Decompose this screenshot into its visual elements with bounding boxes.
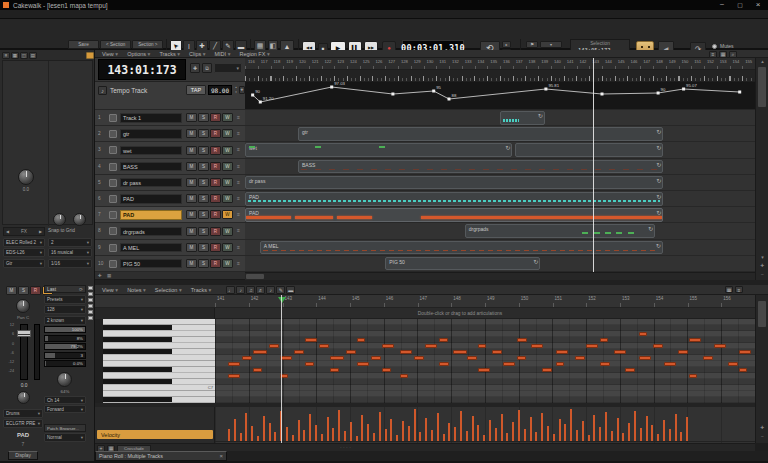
midi-note[interactable] xyxy=(400,350,412,355)
track-8-r-button[interactable]: R xyxy=(210,227,221,236)
midi-note[interactable] xyxy=(319,344,329,349)
velocity-bar[interactable] xyxy=(437,413,439,441)
velocity-bar[interactable] xyxy=(292,435,294,441)
velocity-bar[interactable] xyxy=(373,433,375,441)
fx-rack-row[interactable]: ◀ FX ▶ xyxy=(3,227,45,236)
velocity-bar[interactable] xyxy=(617,418,619,441)
track-lane-9[interactable]: A MEL↻ xyxy=(245,240,755,256)
velocity-bar[interactable] xyxy=(477,425,479,441)
edit-filter-dropdown[interactable]: ▾ xyxy=(214,63,242,73)
midi-note[interactable] xyxy=(542,368,552,373)
prv-playhead[interactable] xyxy=(281,295,282,443)
dock-square[interactable] xyxy=(88,316,93,320)
velocity-bar[interactable] xyxy=(274,432,276,441)
midi-note[interactable] xyxy=(269,344,279,349)
velocity-bar[interactable] xyxy=(570,409,572,441)
velocity-bar[interactable] xyxy=(327,417,329,441)
tempo-node[interactable] xyxy=(330,86,333,89)
track-header-9[interactable]: 9A MELMSRW≡ xyxy=(95,240,245,256)
prv-zoom-out-icon[interactable]: − xyxy=(756,433,768,439)
track-3-r-button[interactable]: R xyxy=(210,146,221,155)
velocity-bar[interactable] xyxy=(309,414,311,441)
track-editfilter-icon[interactable]: ≡ xyxy=(237,114,240,120)
velocity-bar[interactable] xyxy=(512,422,514,441)
midi-note[interactable] xyxy=(305,362,314,367)
track-header-5[interactable]: 5dr passMSRW≡ xyxy=(95,175,245,191)
track-name-field[interactable]: wet xyxy=(120,146,182,156)
tap-tempo-button[interactable]: TAP xyxy=(186,85,206,95)
track-editfilter-icon[interactable]: ≡ xyxy=(237,260,240,266)
prv-note-tool-icon-4[interactable]: ♪ xyxy=(266,286,275,294)
clip[interactable]: gtr↻ xyxy=(298,127,663,141)
inspector-r-button[interactable]: R xyxy=(30,286,41,295)
midi-note[interactable] xyxy=(503,362,515,367)
tempo-node[interactable] xyxy=(251,94,254,97)
tv-grid-icon[interactable]: ▦ xyxy=(719,51,727,58)
pan-knob[interactable] xyxy=(16,299,30,313)
velocity-bar[interactable] xyxy=(605,412,607,441)
prv-menu-tracks[interactable]: Tracks ▾ xyxy=(191,287,212,293)
prv-note-tool-icon-6[interactable]: ▬ xyxy=(286,286,295,294)
velocity-bar[interactable] xyxy=(663,420,665,441)
echo-dropdown[interactable]: Forward▾ xyxy=(44,405,86,413)
velocity-bar[interactable] xyxy=(367,424,369,441)
midi-note[interactable] xyxy=(346,350,356,355)
track-4-s-button[interactable]: S xyxy=(198,162,209,171)
track-header-3[interactable]: 3wetMSRW≡ xyxy=(95,142,245,158)
velocity-bar[interactable] xyxy=(564,424,566,441)
clip[interactable]: BASS↻ xyxy=(298,160,663,174)
articulation-lane[interactable]: Double-click or drag to add articulation… xyxy=(95,308,755,319)
inspector-s-button[interactable]: S xyxy=(18,286,29,295)
velocity-bar[interactable] xyxy=(489,420,491,441)
track-2-w-button[interactable]: W xyxy=(222,129,233,138)
velocity-bar[interactable] xyxy=(460,411,462,441)
splitter-drag-dots[interactable]: · · · · xyxy=(340,444,351,450)
prv-note-tool-icon-0[interactable]: ♩ xyxy=(226,286,235,294)
track-1-r-button[interactable]: R xyxy=(210,113,221,122)
track-editfilter-icon[interactable]: ≡ xyxy=(237,244,240,250)
velocity-bar[interactable] xyxy=(431,430,433,441)
clip[interactable]: dr pass↻ xyxy=(245,176,663,190)
tv-scroll-up-icon[interactable]: ▴ xyxy=(756,58,768,64)
midi-note[interactable] xyxy=(253,368,262,373)
marker-prev-icon[interactable]: ⚑ xyxy=(526,41,538,48)
send1-knob[interactable] xyxy=(53,213,66,226)
toolbar-button-save[interactable]: Save xyxy=(68,40,99,49)
velocity-bar[interactable] xyxy=(454,427,456,441)
track-name-field[interactable]: PAD xyxy=(120,194,182,204)
midi-note[interactable] xyxy=(639,332,647,337)
midi-note[interactable] xyxy=(382,344,394,349)
tempo-envelope[interactable]: 9091.2097.03958895.819095.07 xyxy=(245,82,755,109)
clip[interactable]: PAD↻ xyxy=(245,192,663,206)
midi-note[interactable] xyxy=(689,338,701,343)
tempo-node[interactable] xyxy=(601,93,604,96)
midi-note[interactable] xyxy=(739,350,751,355)
track-header-8[interactable]: 8drgrpadsMSRW≡ xyxy=(95,223,245,239)
midi-note[interactable] xyxy=(382,368,391,373)
velocity-bar[interactable] xyxy=(315,425,317,441)
gain-knob[interactable] xyxy=(18,169,34,185)
velocity-bar[interactable] xyxy=(344,431,346,441)
track-lane-8[interactable]: drgrpads↻ xyxy=(245,223,755,239)
midi-note[interactable] xyxy=(689,374,697,379)
track-2-r-button[interactable]: R xyxy=(210,129,221,138)
dock-square[interactable] xyxy=(88,304,93,308)
channel-dropdown[interactable]: Ch 14▾ xyxy=(44,396,86,404)
tv-menu-view[interactable]: View ▾ xyxy=(102,51,118,57)
tempo-node[interactable] xyxy=(432,90,435,93)
velocity-bar[interactable] xyxy=(379,412,381,441)
velocity-bar[interactable] xyxy=(303,430,305,441)
track-editfilter-icon[interactable]: ≡ xyxy=(237,146,240,152)
track-name-field[interactable]: PAD xyxy=(120,210,182,220)
output-dropdown-0[interactable]: Drums▾ xyxy=(3,409,43,418)
velocity-bar[interactable] xyxy=(332,428,334,441)
track-header-10[interactable]: 10PIG 50MSRW≡ xyxy=(95,256,245,272)
tv-menu-region-fx[interactable]: Region FX ▾ xyxy=(239,51,269,57)
track-8-m-button[interactable]: M xyxy=(186,227,197,236)
tv-menu-clips[interactable]: Clips ▾ xyxy=(189,51,206,57)
prv-vertical-scrollbar[interactable]: ✚ − xyxy=(755,295,768,443)
tv-vscroll-thumb[interactable] xyxy=(758,67,766,107)
track-1-w-button[interactable]: W xyxy=(222,113,233,122)
midi-note[interactable] xyxy=(728,362,738,367)
velocity-bar[interactable] xyxy=(651,425,653,441)
